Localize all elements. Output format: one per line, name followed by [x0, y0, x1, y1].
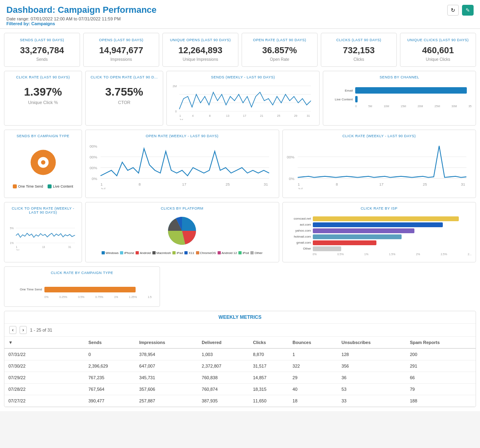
- svg-text:0%: 0%: [289, 176, 294, 181]
- cell-unsubscribes: 36: [338, 372, 406, 383]
- cell-clicks: 8,870: [249, 348, 288, 360]
- stat-card-unique-clicks: UNIQUE CLICKS (LAST 90 DAYS) 460,601 Uni…: [400, 33, 476, 67]
- refresh-button[interactable]: ↻: [447, 5, 459, 16]
- cell-sends: 0: [84, 348, 135, 360]
- cell-clicks: 14,857: [249, 372, 288, 383]
- col-delivered[interactable]: Delivered: [198, 337, 249, 348]
- sends-weekly-svg: 2M 0 1 4 8 13 17 21 25 29 31 Jul: [171, 82, 315, 120]
- svg-point-18: [41, 160, 45, 164]
- svg-text:4: 4: [192, 114, 194, 118]
- isp-bars: comcast.net aol.com yahoo.com hotmail.co…: [287, 213, 472, 258]
- cell-spam: 291: [406, 360, 476, 372]
- svg-text:21: 21: [260, 114, 263, 118]
- charts-row4: CLICK RATE BY CAMPAIGN TYPE One Time Sen…: [4, 266, 476, 307]
- cell-bounces: 40: [288, 383, 337, 395]
- cell-date: 07/31/22: [4, 348, 84, 360]
- col-date[interactable]: ▼: [4, 337, 84, 348]
- svg-text:Jul: Jul: [179, 118, 183, 120]
- svg-text:5%: 5%: [10, 226, 14, 229]
- cell-date: 07/28/22: [4, 383, 84, 395]
- ctor-card: CLICK TO OPEN RATE (LAST 90 D... 3.755% …: [85, 71, 163, 126]
- cell-sends: 767,235: [84, 372, 135, 383]
- stat-card-open-rate: OPEN RATE (LAST 90 DAYS) 36.857% Open Ra…: [242, 33, 318, 67]
- svg-text:2M: 2M: [173, 84, 177, 88]
- svg-text:17: 17: [182, 182, 186, 186]
- svg-text:8: 8: [209, 114, 211, 118]
- open-rate-weekly-chart: OPEN RATE (WEEKLY - LAST 90 DAYS) 200% 1…: [85, 130, 279, 198]
- svg-text:0%: 0%: [92, 176, 97, 181]
- svg-text:Jul: Jul: [16, 249, 20, 250]
- ctor-weekly-chart: CLICK TO OPEN RATE (WEEKLY - LAST 90 DAY…: [4, 202, 82, 262]
- cell-clicks: 11,650: [249, 395, 288, 406]
- cell-delivered: 760,874: [198, 383, 249, 395]
- campaign-bars: One Time Send 0% 0.25% 0.5% 0.75% 1% 1.2…: [8, 277, 156, 302]
- charts-row1: CLICK RATE (LAST 90 DAYS) 1.397% Unique …: [4, 71, 476, 126]
- table-row: 07/29/22 767,235 345,731 760,838 14,857 …: [4, 372, 476, 383]
- date-range: Date range: 07/01/2022 12:00 AM to 07/31…: [6, 16, 474, 21]
- cell-sends: 2,396,629: [84, 360, 135, 372]
- svg-text:0: 0: [175, 110, 177, 113]
- cell-impressions: 647,007: [135, 360, 198, 372]
- isp-other: Other: [287, 246, 472, 251]
- click-rate-weekly-chart: CLICK RATE (WEEKLY - LAST 90 DAYS) 20,00…: [282, 130, 476, 198]
- svg-text:31: 31: [264, 182, 268, 186]
- stat-card-opens: OPENS (LAST 90 DAYS) 14,947,677 Impressi…: [83, 33, 159, 67]
- svg-text:17: 17: [243, 114, 246, 118]
- svg-text:1: 1: [16, 245, 18, 248]
- channel-email-row: Email: [327, 87, 472, 94]
- cell-unsubscribes: 33: [338, 395, 406, 406]
- table-row: 07/28/22 767,564 357,606 760,874 18,315 …: [4, 383, 476, 395]
- cell-impressions: 378,954: [135, 348, 198, 360]
- sends-by-campaign-chart: SENDS BY CAMPAIGN TYPE One Time Send: [4, 130, 82, 198]
- svg-text:31: 31: [461, 182, 465, 186]
- col-impressions[interactable]: Impressions: [135, 337, 198, 348]
- weekly-metrics-table: ▼ Sends Impressions Delivered Clicks Bou…: [4, 337, 476, 407]
- pagination-prev-button[interactable]: ‹: [9, 326, 16, 334]
- ctor-svg: 5% 1% 1 13 31 Jul: [8, 217, 78, 250]
- campaign-bar-onetimesend: One Time Send: [12, 287, 152, 292]
- cell-delivered: 2,372,807: [198, 360, 249, 372]
- svg-text:1: 1: [298, 182, 300, 186]
- page-title: Dashboard: Campaign Performance: [6, 5, 474, 15]
- cell-unsubscribes: 53: [338, 383, 406, 395]
- svg-text:400%: 400%: [90, 144, 98, 148]
- svg-text:20,000%: 20,000%: [287, 154, 295, 159]
- weekly-metrics-header: WEEKLY METRICS: [4, 311, 476, 324]
- col-sends[interactable]: Sends: [84, 337, 135, 348]
- svg-text:100%: 100%: [90, 166, 98, 170]
- charts-row2: SENDS BY CAMPAIGN TYPE One Time Send: [4, 130, 476, 198]
- weekly-metrics-section: WEEKLY METRICS ‹ › 1 - 25 of 31 ▼ Sends …: [4, 311, 476, 407]
- click-rate-card: CLICK RATE (LAST 90 DAYS) 1.397% Unique …: [4, 71, 82, 126]
- col-bounces[interactable]: Bounces: [288, 337, 337, 348]
- col-clicks[interactable]: Clicks: [249, 337, 288, 348]
- legend-live-content: Live Content: [48, 184, 73, 188]
- filtered-by: Filtered by: Campaigns: [6, 21, 474, 26]
- cell-spam: 200: [406, 348, 476, 360]
- platform-legend: Windows iPhone Android Macintosh iPad X1…: [102, 251, 262, 255]
- isp-yahoo: yahoo.com: [287, 228, 472, 233]
- svg-text:8: 8: [336, 182, 338, 186]
- cell-delivered: 1,003: [198, 348, 249, 360]
- click-rate-campaign-chart: CLICK RATE BY CAMPAIGN TYPE One Time Sen…: [4, 266, 160, 307]
- cell-spam: 79: [406, 383, 476, 395]
- table-row: 07/27/22 390,477 257,887 387,935 11,650 …: [4, 395, 476, 406]
- svg-text:17: 17: [379, 182, 384, 186]
- page-header: Dashboard: Campaign Performance Date ran…: [0, 0, 480, 29]
- svg-text:31: 31: [68, 245, 72, 248]
- pagination-next-button[interactable]: ›: [20, 326, 27, 334]
- table-row: 07/31/22 0 378,954 1,003 8,870 1 128 200: [4, 348, 476, 360]
- cell-unsubscribes: 356: [338, 360, 406, 372]
- charts-row3: CLICK TO OPEN RATE (WEEKLY - LAST 90 DAY…: [4, 202, 476, 262]
- legend-one-time-send: One Time Send: [13, 184, 43, 188]
- cell-date: 07/27/22: [4, 395, 84, 406]
- cell-delivered: 760,838: [198, 372, 249, 383]
- pagination-label: 1 - 25 of 31: [30, 328, 52, 332]
- svg-text:29: 29: [294, 114, 297, 118]
- stat-card-unique-opens: UNIQUE OPENS (LAST 90 DAYS) 12,264,893 U…: [162, 33, 238, 67]
- edit-button[interactable]: ✎: [462, 5, 474, 16]
- svg-text:31: 31: [307, 114, 310, 118]
- col-unsubscribes[interactable]: Unsubscribes: [338, 337, 406, 348]
- isp-hotmail: hotmail.com: [287, 234, 472, 239]
- col-spam[interactable]: Spam Reports: [406, 337, 476, 348]
- cell-bounces: 29: [288, 372, 337, 383]
